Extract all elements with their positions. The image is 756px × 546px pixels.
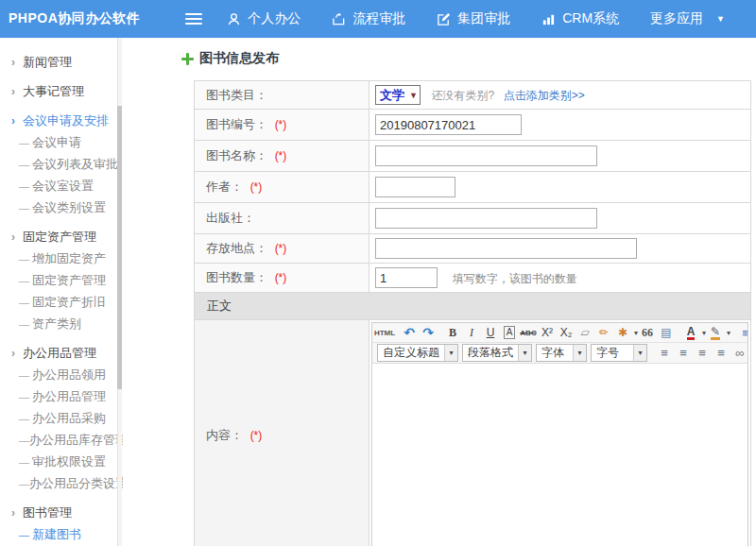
undo-icon[interactable]: ↶ <box>401 324 418 341</box>
paste-text-icon[interactable]: ▤ <box>658 324 675 341</box>
sidebar-item-label: 会议类别设置 <box>32 199 106 216</box>
align-justify-icon[interactable]: ≡ <box>713 345 730 362</box>
sidebar-item-supplies-purchase[interactable]: — 办公用品采购 <box>0 407 123 429</box>
content-label: 内容： <box>206 428 243 442</box>
ordered-list-icon[interactable]: ≡ <box>737 324 748 341</box>
app-logo: PHPOA协同办公软件 <box>0 10 140 27</box>
sidebar-item-meeting-category-setting[interactable]: — 会议类别设置 <box>0 196 123 218</box>
sidebar-scrollbar-thumb[interactable] <box>117 106 122 389</box>
sidebar-item-label: 办公用品管理 <box>23 345 96 362</box>
font-family-select[interactable]: 字体 ▾ <box>536 344 587 362</box>
sidebar-item-supplies-inventory[interactable]: — 办公用品库存管理 <box>0 429 123 451</box>
category-select[interactable]: 文学 ▼ <box>375 85 421 105</box>
font-size-select[interactable]: 字号 ▾ <box>591 344 647 362</box>
required-mark: (*) <box>275 118 287 131</box>
dash-icon: — <box>19 159 32 170</box>
sidebar-item-news-mgmt[interactable]: › 新闻管理 <box>0 51 123 73</box>
hamburger-menu-icon[interactable] <box>185 10 202 27</box>
align-left-icon[interactable]: ≡ <box>656 345 673 362</box>
paragraph-format-select[interactable]: 段落格式 ▾ <box>462 344 532 362</box>
strikethrough-icon[interactable]: ABC <box>520 324 537 341</box>
sidebar-item-meeting-list-approval[interactable]: — 会议列表及审批 <box>0 153 123 175</box>
sidebar-item-meeting-room-setting[interactable]: — 会议室设置 <box>0 175 123 196</box>
sidebar-item-supplies-category[interactable]: — 办公用品分类设置 <box>0 472 123 494</box>
chevron-down-icon: ▾ <box>444 345 457 361</box>
quantity-input[interactable] <box>375 267 438 288</box>
sidebar-item-label: 会议列表及审批 <box>32 156 118 173</box>
sidebar-item-approval-permission[interactable]: — 审批权限设置 <box>0 451 123 472</box>
dash-icon: — <box>19 435 29 446</box>
nav-more-apps[interactable]: 更多应用 ▼ <box>650 10 725 27</box>
underline-button[interactable]: U <box>482 324 499 341</box>
sidebar-item-label: 会议申请 <box>32 134 81 151</box>
align-right-icon[interactable]: ≡ <box>694 345 711 362</box>
dash-icon: — <box>19 478 29 489</box>
page-title: 图书信息发布 <box>181 47 756 70</box>
dash-icon: — <box>19 202 32 213</box>
italic-button[interactable]: I <box>463 324 480 341</box>
sidebar-item-label: 新建图书 <box>32 526 81 543</box>
nav-group-approval[interactable]: 集团审批 <box>437 10 510 27</box>
nav-label: 个人办公 <box>248 10 301 27</box>
dash-icon: — <box>19 275 32 286</box>
author-label: 作者： <box>206 179 243 194</box>
sidebar-item-meeting-apply-group[interactable]: › 会议申请及安排 <box>0 110 123 131</box>
required-mark: (*) <box>275 242 287 255</box>
dash-icon: — <box>19 369 32 381</box>
bold-button[interactable]: B <box>444 324 461 341</box>
dash-icon: — <box>19 456 32 468</box>
sidebar-item-label: 办公用品采购 <box>32 410 106 427</box>
sidebar-item-asset-category[interactable]: — 资产类别 <box>0 313 123 334</box>
author-input[interactable] <box>375 177 455 197</box>
sidebar-item-office-supplies-mgmt[interactable]: › 办公用品管理 <box>0 342 123 364</box>
publisher-input[interactable] <box>375 208 597 229</box>
blockquote-icon[interactable]: 66 <box>639 324 656 341</box>
subscript-icon[interactable]: X₂ <box>558 324 575 341</box>
process-approval-icon <box>332 12 346 26</box>
location-input[interactable] <box>375 238 637 259</box>
required-mark: (*) <box>275 149 287 162</box>
dash-icon: — <box>19 297 32 308</box>
eraser-icon[interactable]: ▱ <box>576 324 593 341</box>
nav-personal-office[interactable]: 个人办公 <box>227 10 301 27</box>
dash-icon: — <box>19 137 32 148</box>
dash-icon: — <box>19 413 32 424</box>
link-icon[interactable]: ∞ <box>731 345 748 362</box>
html-source-button[interactable]: HTML <box>376 324 393 341</box>
add-category-link[interactable]: 点击添加类别>> <box>504 89 585 102</box>
sidebar-item-fixed-assets-mgmt[interactable]: › 固定资产管理 <box>0 226 123 247</box>
redo-icon[interactable]: ↷ <box>420 324 437 341</box>
sidebar-item-fixed-asset-mgmt[interactable]: — 固定资产管理 <box>0 269 123 291</box>
nav-crm-system[interactable]: CRM系统 <box>541 10 619 27</box>
format-brush-icon[interactable]: ✏ <box>595 324 612 341</box>
sidebar-item-memorabilia-mgmt[interactable]: › 大事记管理 <box>0 80 123 102</box>
align-center-icon[interactable]: ≡ <box>675 345 692 362</box>
sidebar-item-books-mgmt-group[interactable]: › 图书管理 <box>0 502 123 523</box>
book-no-input[interactable] <box>375 114 522 135</box>
book-name-input[interactable] <box>375 145 597 166</box>
select-value: 段落格式 <box>463 345 518 361</box>
palette-icon[interactable]: ✱ <box>614 324 631 341</box>
book-form: 图书类目： 文学 ▼ 还没有类别? 点击添加类别>> 图书编号： (*) 图书名… <box>194 80 751 546</box>
sidebar-item-supplies-mgmt[interactable]: — 办公用品管理 <box>0 385 123 407</box>
custom-title-select[interactable]: 自定义标题 ▾ <box>377 344 458 362</box>
location-label: 存放地点： <box>206 241 267 255</box>
sidebar-item-meeting-apply[interactable]: — 会议申请 <box>0 131 123 153</box>
sidebar-item-new-book[interactable]: — 新建图书 <box>0 523 123 545</box>
chevron-right-icon: › <box>11 114 23 128</box>
chevron-right-icon: › <box>11 85 23 98</box>
superscript-icon[interactable]: X² <box>539 324 556 341</box>
sidebar-item-fixed-asset-depreciation[interactable]: — 固定资产折旧 <box>0 291 123 313</box>
body-section-header: 正文 <box>207 299 232 313</box>
editor-content-area[interactable] <box>371 363 748 546</box>
chevron-down-icon: ▾ <box>702 329 706 337</box>
chevron-down-icon: ▼ <box>409 91 418 100</box>
nav-process-approval[interactable]: 流程审批 <box>332 10 405 27</box>
editor-toolbar-row2: 自定义标题 ▾ 段落格式 ▾ 字体 ▾ 字号 ▾ <box>371 342 748 363</box>
sidebar-item-label: 固定资产管理 <box>23 229 96 246</box>
sidebar-item-supplies-claim[interactable]: — 办公用品领用 <box>0 364 123 385</box>
highlight-color-icon[interactable]: ✎ <box>711 326 720 340</box>
autoformat-icon[interactable]: A <box>504 326 516 339</box>
sidebar-item-add-fixed-asset[interactable]: — 增加固定资产 <box>0 247 123 269</box>
font-color-icon[interactable]: A <box>687 326 696 340</box>
